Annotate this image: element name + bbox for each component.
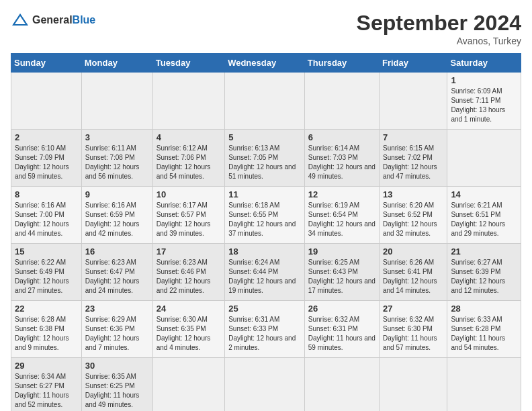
calendar-cell [225, 73, 305, 130]
calendar-cell [152, 73, 224, 130]
day-number: 1 [451, 75, 517, 85]
day-number: 29 [15, 361, 78, 371]
calendar-cell: 24Sunrise: 6:30 AMSunset: 6:35 PMDayligh… [152, 301, 224, 358]
day-number: 4 [157, 132, 221, 142]
day-number: 13 [383, 189, 443, 199]
day-number: 6 [308, 132, 375, 142]
calendar-cell: 11Sunrise: 6:18 AMSunset: 6:55 PMDayligh… [225, 187, 305, 244]
calendar-cell: 2Sunrise: 6:10 AMSunset: 7:09 PMDaylight… [11, 130, 82, 187]
calendar-cell: 27Sunrise: 6:32 AMSunset: 6:30 PMDayligh… [379, 301, 447, 358]
title-area: September 2024 Avanos, Turkey [357, 11, 521, 46]
day-info: Sunrise: 6:33 AMSunset: 6:28 PMDaylight:… [451, 315, 517, 353]
day-info: Sunrise: 6:19 AMSunset: 6:54 PMDaylight:… [308, 201, 375, 238]
day-info: Sunrise: 6:18 AMSunset: 6:55 PMDaylight:… [228, 201, 301, 238]
calendar-cell: 26Sunrise: 6:32 AMSunset: 6:31 PMDayligh… [304, 301, 379, 358]
page-header: GeneralBlue September 2024 Avanos, Turke… [11, 11, 521, 46]
calendar-cell: 28Sunrise: 6:33 AMSunset: 6:28 PMDayligh… [447, 301, 521, 358]
day-number: 26 [308, 304, 375, 314]
day-number: 20 [383, 246, 443, 257]
calendar-cell: 16Sunrise: 6:23 AMSunset: 6:47 PMDayligh… [81, 244, 152, 301]
day-info: Sunrise: 6:10 AMSunset: 7:09 PMDaylight:… [15, 144, 78, 181]
day-number: 30 [85, 361, 149, 371]
day-number: 10 [157, 189, 221, 199]
calendar-cell: 3Sunrise: 6:11 AMSunset: 7:08 PMDaylight… [81, 130, 152, 187]
day-info: Sunrise: 6:27 AMSunset: 6:39 PMDaylight:… [451, 258, 517, 295]
day-info: Sunrise: 6:14 AMSunset: 7:03 PMDaylight:… [308, 144, 375, 181]
logo-blue: Blue [73, 14, 96, 26]
calendar-cell [304, 358, 379, 412]
calendar-cell [447, 130, 521, 187]
calendar-cell: 17Sunrise: 6:23 AMSunset: 6:46 PMDayligh… [152, 244, 224, 301]
month-title: September 2024 [357, 11, 521, 36]
day-info: Sunrise: 6:15 AMSunset: 7:02 PMDaylight:… [383, 144, 443, 181]
header-saturday: Saturday [447, 54, 521, 73]
calendar-cell: 14Sunrise: 6:21 AMSunset: 6:51 PMDayligh… [447, 187, 521, 244]
calendar-cell: 10Sunrise: 6:17 AMSunset: 6:57 PMDayligh… [152, 187, 224, 244]
calendar-cell: 30Sunrise: 6:35 AMSunset: 6:25 PMDayligh… [81, 358, 152, 412]
calendar-cell: 18Sunrise: 6:24 AMSunset: 6:44 PMDayligh… [225, 244, 305, 301]
day-number: 14 [451, 189, 517, 199]
logo-general: General [32, 14, 73, 26]
logo: GeneralBlue [11, 11, 95, 30]
day-info: Sunrise: 6:22 AMSunset: 6:49 PMDaylight:… [15, 258, 78, 295]
day-number: 3 [85, 132, 149, 142]
calendar-cell: 15Sunrise: 6:22 AMSunset: 6:49 PMDayligh… [11, 244, 82, 301]
day-info: Sunrise: 6:35 AMSunset: 6:25 PMDaylight:… [85, 372, 149, 410]
calendar-cell [81, 73, 152, 130]
day-info: Sunrise: 6:20 AMSunset: 6:52 PMDaylight:… [383, 201, 443, 238]
day-number: 17 [157, 246, 221, 257]
header-friday: Friday [379, 54, 447, 73]
day-info: Sunrise: 6:29 AMSunset: 6:36 PMDaylight:… [85, 315, 149, 353]
day-number: 11 [228, 189, 301, 199]
calendar-header-row: SundayMondayTuesdayWednesdayThursdayFrid… [11, 54, 521, 73]
calendar-table: SundayMondayTuesdayWednesdayThursdayFrid… [11, 53, 521, 411]
day-info: Sunrise: 6:32 AMSunset: 6:30 PMDaylight:… [383, 315, 443, 353]
day-info: Sunrise: 6:09 AMSunset: 7:11 PMDaylight:… [451, 87, 517, 124]
day-number: 12 [308, 189, 375, 199]
calendar-cell [379, 73, 447, 130]
day-info: Sunrise: 6:24 AMSunset: 6:44 PMDaylight:… [228, 258, 301, 295]
day-number: 21 [451, 246, 517, 257]
day-info: Sunrise: 6:11 AMSunset: 7:08 PMDaylight:… [85, 144, 149, 181]
calendar-cell [152, 358, 224, 412]
day-number: 8 [15, 189, 78, 199]
calendar-cell: 21Sunrise: 6:27 AMSunset: 6:39 PMDayligh… [447, 244, 521, 301]
day-number: 28 [451, 304, 517, 314]
day-info: Sunrise: 6:25 AMSunset: 6:43 PMDaylight:… [308, 258, 375, 295]
day-number: 9 [85, 189, 149, 199]
header-thursday: Thursday [304, 54, 379, 73]
calendar-cell: 1Sunrise: 6:09 AMSunset: 7:11 PMDaylight… [447, 73, 521, 130]
calendar-cell: 13Sunrise: 6:20 AMSunset: 6:52 PMDayligh… [379, 187, 447, 244]
calendar-cell: 25Sunrise: 6:31 AMSunset: 6:33 PMDayligh… [225, 301, 305, 358]
calendar-row: 22Sunrise: 6:28 AMSunset: 6:38 PMDayligh… [11, 301, 521, 358]
calendar-row: 8Sunrise: 6:16 AMSunset: 7:00 PMDaylight… [11, 187, 521, 244]
calendar-cell [447, 358, 521, 412]
calendar-cell: 5Sunrise: 6:13 AMSunset: 7:05 PMDaylight… [225, 130, 305, 187]
calendar-row: 2Sunrise: 6:10 AMSunset: 7:09 PMDaylight… [11, 130, 521, 187]
day-number: 2 [15, 132, 78, 142]
day-info: Sunrise: 6:30 AMSunset: 6:35 PMDaylight:… [157, 315, 221, 353]
day-info: Sunrise: 6:16 AMSunset: 7:00 PMDaylight:… [15, 201, 78, 238]
day-info: Sunrise: 6:13 AMSunset: 7:05 PMDaylight:… [228, 144, 301, 181]
calendar-row: 29Sunrise: 6:34 AMSunset: 6:27 PMDayligh… [11, 358, 521, 412]
header-monday: Monday [81, 54, 152, 73]
day-number: 27 [383, 304, 443, 314]
day-number: 5 [228, 132, 301, 142]
day-number: 24 [157, 304, 221, 314]
calendar-cell: 20Sunrise: 6:26 AMSunset: 6:41 PMDayligh… [379, 244, 447, 301]
calendar-cell [11, 73, 82, 130]
calendar-cell [304, 73, 379, 130]
calendar-row: 15Sunrise: 6:22 AMSunset: 6:49 PMDayligh… [11, 244, 521, 301]
day-info: Sunrise: 6:12 AMSunset: 7:06 PMDaylight:… [157, 144, 221, 181]
day-info: Sunrise: 6:23 AMSunset: 6:47 PMDaylight:… [85, 258, 149, 295]
calendar-row: 1Sunrise: 6:09 AMSunset: 7:11 PMDaylight… [11, 73, 521, 130]
calendar-cell: 8Sunrise: 6:16 AMSunset: 7:00 PMDaylight… [11, 187, 82, 244]
day-info: Sunrise: 6:23 AMSunset: 6:46 PMDaylight:… [157, 258, 221, 295]
calendar-cell: 19Sunrise: 6:25 AMSunset: 6:43 PMDayligh… [304, 244, 379, 301]
day-info: Sunrise: 6:28 AMSunset: 6:38 PMDaylight:… [15, 315, 78, 353]
day-number: 19 [308, 246, 375, 257]
day-number: 23 [85, 304, 149, 314]
day-info: Sunrise: 6:26 AMSunset: 6:41 PMDaylight:… [383, 258, 443, 295]
day-info: Sunrise: 6:32 AMSunset: 6:31 PMDaylight:… [308, 315, 375, 353]
calendar-cell [225, 358, 305, 412]
